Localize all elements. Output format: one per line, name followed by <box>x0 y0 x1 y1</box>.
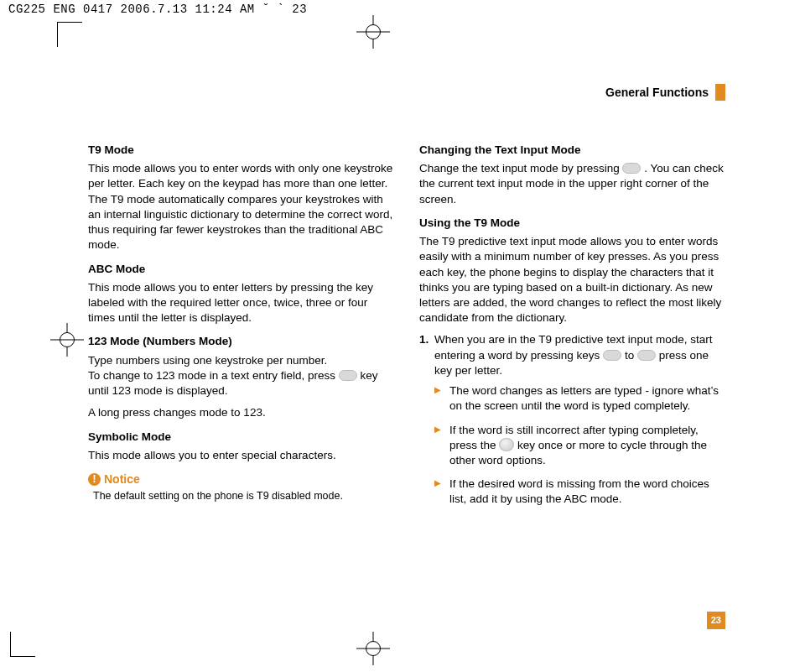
right-column: Changing the Text Input Mode Change the … <box>419 143 725 516</box>
page-number-badge: 23 <box>707 612 725 629</box>
hash-key-icon <box>622 163 641 174</box>
heading-symbolic-mode: Symbolic Mode <box>88 430 394 445</box>
header-accent-block <box>715 84 725 101</box>
heading-changing-input-mode: Changing the Text Input Mode <box>419 143 725 158</box>
page-header: General Functions <box>88 84 725 101</box>
bullet-still-incorrect: If the word is still incorrect after typ… <box>434 423 725 469</box>
crop-mark-bottom-left <box>10 632 35 657</box>
step-1: 1. When you are in the T9 predictive tex… <box>419 332 725 507</box>
heading-abc-mode: ABC Mode <box>88 262 394 277</box>
bullet-word-changes: The word changes as letters are typed - … <box>434 383 725 414</box>
para-using-t9: The T9 predictive text input mode allows… <box>419 234 725 326</box>
text: To change to 123 mode in a text entry fi… <box>88 369 339 382</box>
heading-t9-mode: T9 Mode <box>88 143 394 158</box>
crop-mark-top-left <box>57 22 82 47</box>
step-list: 1. When you are in the T9 predictive tex… <box>419 332 725 507</box>
registration-mark-top <box>356 15 390 49</box>
para-abc-mode: This mode allows you to enter letters by… <box>88 280 394 326</box>
nav-key-icon <box>499 438 514 451</box>
notice-heading: ! Notice <box>88 471 394 487</box>
left-column: T9 Mode This mode allows you to enter wo… <box>88 143 394 516</box>
print-meta-header: CG225 ENG 0417 2006.7.13 11:24 AM ˘ ` 23 <box>0 0 800 19</box>
text: to <box>625 349 637 362</box>
registration-mark-left <box>50 323 84 357</box>
para-123-mode-2: A long press changes mode to 123. <box>88 405 394 420</box>
para-123-mode-1: Type numbers using one keystroke per num… <box>88 353 394 399</box>
heading-using-t9: Using the T9 Mode <box>419 216 725 231</box>
hash-key-icon <box>339 370 357 381</box>
registration-mark-bottom <box>356 632 390 665</box>
key-9-icon <box>637 350 656 361</box>
bullet-list: The word changes as letters are typed - … <box>434 383 725 508</box>
bullet-missing-word: If the desired word is missing from the … <box>434 477 725 507</box>
notice-exclamation-icon: ! <box>88 473 101 486</box>
heading-123-mode: 123 Mode (Numbers Mode) <box>88 334 394 349</box>
page-title: General Functions <box>605 85 709 101</box>
para-t9-mode: This mode allows you to enter words with… <box>88 161 394 253</box>
text: Change the text input mode by pressing <box>419 162 622 175</box>
page-content: General Functions T9 Mode This mode allo… <box>88 84 725 604</box>
para-symbolic-mode: This mode allows you to enter special ch… <box>88 448 394 463</box>
step-number: 1. <box>419 332 429 347</box>
text: Type numbers using one keystroke per num… <box>88 354 327 367</box>
notice-body: The default setting on the phone is T9 d… <box>93 489 394 503</box>
notice-label: Notice <box>104 471 140 487</box>
key-2-icon <box>603 350 621 361</box>
para-changing-input-mode: Change the text input mode by pressing .… <box>419 161 725 207</box>
